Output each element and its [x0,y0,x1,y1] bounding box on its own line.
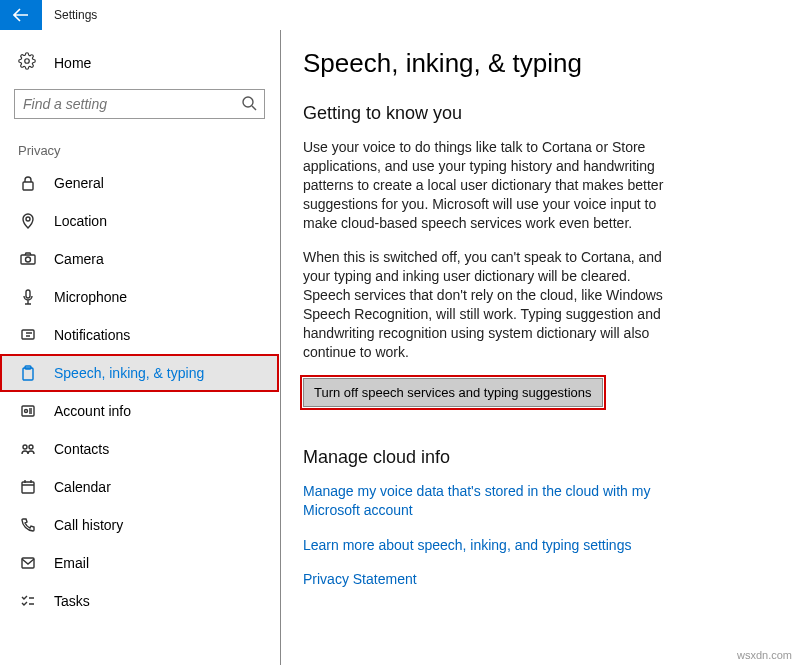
sidebar-item-label: Account info [54,403,131,419]
sidebar-item-label: Speech, inking, & typing [54,365,204,381]
search-icon [241,95,257,111]
svg-point-5 [26,257,31,262]
back-button[interactable] [0,0,42,30]
svg-rect-7 [22,330,34,339]
sidebar: Home Privacy General Location Camera Mic… [0,30,280,665]
sidebar-item-label: Camera [54,251,104,267]
camera-icon [18,250,38,268]
svg-rect-15 [22,558,34,568]
email-icon [18,554,38,572]
search-input[interactable] [14,89,265,119]
location-icon [18,212,38,230]
sidebar-item-contacts[interactable]: Contacts [0,430,279,468]
sidebar-item-tasks[interactable]: Tasks [0,582,279,620]
link-privacy-statement[interactable]: Privacy Statement [303,570,673,589]
sidebar-item-label: Microphone [54,289,127,305]
svg-point-11 [25,410,28,413]
svg-rect-2 [23,182,33,190]
sidebar-item-label: Calendar [54,479,111,495]
microphone-icon [18,288,38,306]
link-manage-voice-data[interactable]: Manage my voice data that's stored in th… [303,482,673,520]
group-header-privacy: Privacy [0,135,279,164]
gear-icon [18,52,38,73]
svg-rect-6 [26,290,30,298]
sidebar-item-speech-inking-typing[interactable]: Speech, inking, & typing [0,354,279,392]
calendar-icon [18,478,38,496]
sidebar-item-location[interactable]: Location [0,202,279,240]
sidebar-item-label: Tasks [54,593,90,609]
titlebar: Settings [0,0,800,30]
link-learn-more[interactable]: Learn more about speech, inking, and typ… [303,536,673,555]
section-title-getting-to-know-you: Getting to know you [303,103,772,124]
account-icon [18,402,38,420]
sidebar-item-camera[interactable]: Camera [0,240,279,278]
lock-icon [18,174,38,192]
home-button[interactable]: Home [0,42,279,83]
sidebar-item-call-history[interactable]: Call history [0,506,279,544]
section-title-manage-cloud-info: Manage cloud info [303,447,772,468]
page-title: Speech, inking, & typing [303,48,772,79]
contacts-icon [18,440,38,458]
clipboard-icon [18,364,38,382]
sidebar-item-label: Contacts [54,441,109,457]
sidebar-item-label: Notifications [54,327,130,343]
home-label: Home [54,55,91,71]
main-panel: Speech, inking, & typing Getting to know… [280,30,800,665]
sidebar-item-microphone[interactable]: Microphone [0,278,279,316]
svg-rect-14 [22,482,34,493]
window-title: Settings [42,8,97,22]
sidebar-item-general[interactable]: General [0,164,279,202]
svg-point-1 [243,97,253,107]
svg-point-0 [25,59,30,64]
sidebar-item-calendar[interactable]: Calendar [0,468,279,506]
sidebar-item-label: General [54,175,104,191]
sidebar-item-label: Location [54,213,107,229]
body-paragraph-1: Use your voice to do things like talk to… [303,138,673,232]
watermark: wsxdn.com [737,649,792,661]
turn-off-speech-button[interactable]: Turn off speech services and typing sugg… [303,378,603,407]
arrow-left-icon [13,7,29,23]
svg-rect-8 [23,368,33,380]
phone-icon [18,516,38,534]
tasks-icon [18,592,38,610]
notifications-icon [18,326,38,344]
sidebar-item-notifications[interactable]: Notifications [0,316,279,354]
body-paragraph-2: When this is switched off, you can't spe… [303,248,673,361]
sidebar-item-account-info[interactable]: Account info [0,392,279,430]
svg-point-3 [26,217,30,221]
sidebar-item-label: Call history [54,517,123,533]
svg-point-13 [29,445,33,449]
sidebar-item-label: Email [54,555,89,571]
svg-point-12 [23,445,27,449]
sidebar-item-email[interactable]: Email [0,544,279,582]
search-wrap [14,89,265,119]
